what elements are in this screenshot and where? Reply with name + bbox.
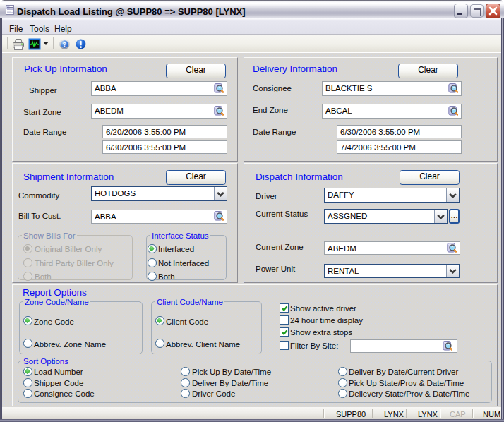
svg-text:?: ? (63, 40, 67, 48)
